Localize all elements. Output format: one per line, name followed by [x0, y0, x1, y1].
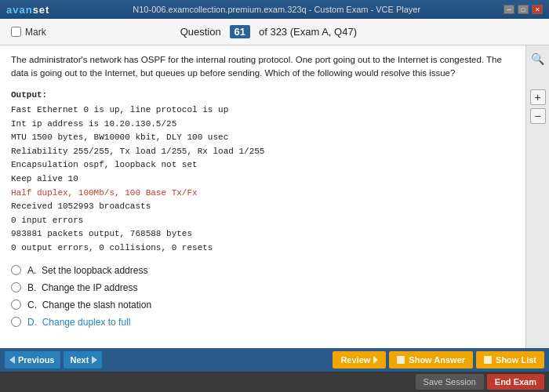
option-c-radio[interactable] — [11, 299, 21, 310]
right-panel: 🔍 + − — [525, 45, 549, 348]
output-line-4: Reliability 255/255, Tx load 1/255, Rx l… — [11, 145, 514, 159]
show-answer-button[interactable]: Show Answer — [389, 351, 473, 368]
review-button[interactable]: Review — [333, 351, 386, 368]
window-controls[interactable]: ─ □ ✕ — [504, 5, 543, 14]
close-button[interactable]: ✕ — [532, 5, 543, 14]
mark-label: Mark — [25, 27, 46, 38]
end-exam-button[interactable]: End Exam — [487, 374, 544, 390]
show-list-button[interactable]: Show List — [476, 351, 544, 368]
show-list-icon — [484, 356, 492, 364]
next-arrow-icon — [92, 356, 97, 364]
output-line-5: Encapsulation ospf, loopback not set — [11, 158, 514, 172]
show-answer-icon — [397, 356, 405, 364]
mark-checkbox[interactable] — [11, 27, 21, 37]
review-arrow-icon — [373, 356, 378, 364]
option-b-radio[interactable] — [11, 282, 21, 292]
option-b-label: B. Change the IP address — [27, 282, 138, 293]
output-line-8: Received 1052993 broadcasts — [11, 200, 514, 214]
output-line-9: 0 input errors — [11, 214, 514, 228]
zoom-out-button[interactable]: − — [530, 108, 546, 124]
minimize-button[interactable]: ─ — [504, 5, 514, 14]
bottom-nav-bar: Previous Next Review Show Answer Show Li… — [0, 348, 549, 372]
zoom-in-button[interactable]: + — [530, 89, 546, 105]
output-line-3: MTU 1500 bytes, BW10000 kbit, DLY 100 us… — [11, 131, 514, 145]
option-d-label: D. Change duplex to full — [27, 317, 130, 328]
option-a-radio[interactable] — [11, 265, 21, 275]
next-button[interactable]: Next — [64, 351, 102, 368]
output-block: Output: Fast Ethernet 0 is up, line prot… — [11, 89, 514, 256]
option-c-label: C. Change the slash notation — [27, 299, 151, 310]
bottom-bar-2: Save Session End Exam — [0, 372, 549, 392]
title-bar: avanset N10-006.examcollection.premium.e… — [0, 0, 549, 19]
question-main: The administrator's network has OSPF for… — [0, 45, 525, 348]
maximize-button[interactable]: □ — [518, 5, 529, 14]
main-container: Mark Question 61 of 323 (Exam A, Q47) Th… — [0, 19, 549, 392]
output-line-10: 983881 packets output, 768588 bytes — [11, 227, 514, 241]
options-list: A. Set the loopback address B. Change th… — [11, 265, 514, 328]
output-line-6: Keep alive 10 — [11, 172, 514, 187]
option-d[interactable]: D. Change duplex to full — [11, 317, 514, 328]
search-icon[interactable]: 🔍 — [529, 50, 547, 67]
option-c[interactable]: C. Change the slash notation — [11, 299, 514, 310]
previous-button[interactable]: Previous — [5, 351, 60, 368]
question-text: The administrator's network has OSPF for… — [11, 53, 514, 81]
option-a[interactable]: A. Set the loopback address — [11, 265, 514, 276]
logo-area: avanset — [6, 4, 49, 16]
question-number: 61 — [230, 25, 250, 38]
question-label: Question — [180, 26, 221, 38]
prev-arrow-icon — [9, 356, 15, 364]
output-line-2: Int ip address is 10.20.130.5/25 — [11, 118, 514, 132]
output-line-11: 0 output errors, 0 collisions, 0 resets — [11, 241, 514, 256]
app-logo: avanset — [6, 4, 49, 16]
question-total: of 323 (Exam A, Q47) — [259, 26, 357, 38]
option-a-label: A. Set the loopback address — [27, 265, 147, 276]
question-header: Mark Question 61 of 323 (Exam A, Q47) — [0, 19, 549, 45]
question-info: Question 61 of 323 (Exam A, Q47) — [180, 26, 357, 38]
window-title: N10-006.examcollection.premium.exam.323q… — [49, 5, 504, 14]
output-line-7: Half duplex, 100Mb/s, 100 Base Tx/Fx — [11, 187, 514, 201]
mark-section[interactable]: Mark — [11, 27, 46, 38]
output-label: Output: — [11, 89, 514, 103]
option-d-radio[interactable] — [11, 317, 21, 327]
output-line-1: Fast Ethernet 0 is up, line protocol is … — [11, 103, 514, 118]
content-area: The administrator's network has OSPF for… — [0, 45, 549, 348]
save-session-button[interactable]: Save Session — [416, 374, 484, 390]
option-b[interactable]: B. Change the IP address — [11, 282, 514, 293]
